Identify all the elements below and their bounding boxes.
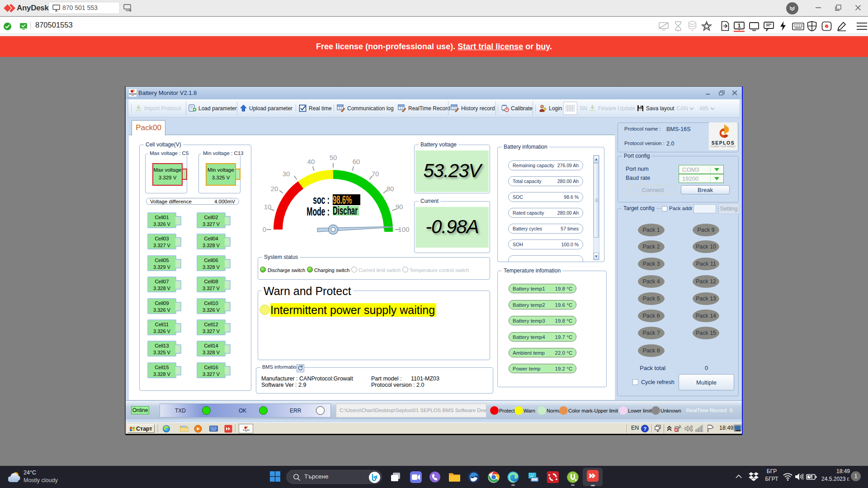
svg-text:50: 50 [330,154,337,161]
svg-text:30: 30 [283,170,290,178]
svg-text:90: 90 [396,203,403,211]
svg-text:100: 100 [398,225,409,233]
svg-text:40: 40 [307,158,315,165]
svg-text:10: 10 [264,203,272,211]
svg-text:0: 0 [263,225,266,233]
svg-text:20: 20 [271,185,278,192]
svg-text:60: 60 [353,158,360,165]
svg-text:1: 1 [738,23,741,29]
svg-text:80: 80 [387,185,394,192]
svg-text:?: ? [643,426,646,432]
svg-text:70: 70 [372,170,379,178]
